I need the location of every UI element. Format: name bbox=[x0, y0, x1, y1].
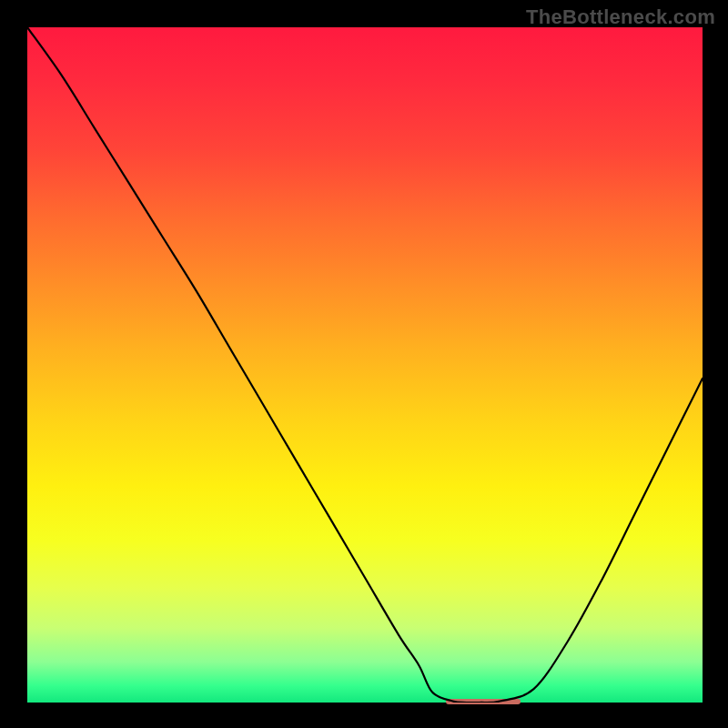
curve-path bbox=[27, 27, 703, 703]
watermark-text: TheBottleneck.com bbox=[526, 5, 715, 29]
plot-area bbox=[27, 27, 703, 703]
plateau-marker bbox=[446, 699, 521, 704]
chart-frame: TheBottleneck.com bbox=[0, 0, 728, 728]
bottleneck-curve bbox=[27, 27, 703, 703]
